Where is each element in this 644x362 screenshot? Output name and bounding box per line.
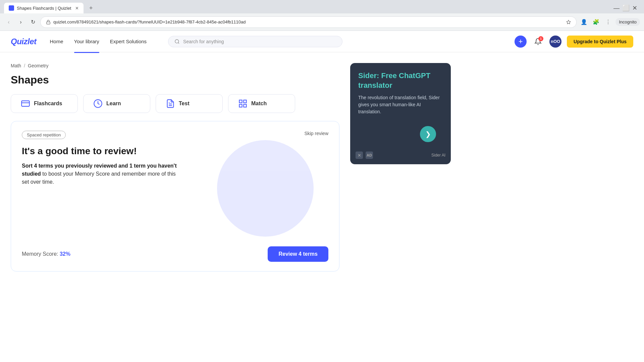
ad-sidebar: Sider: Free ChatGPT translator The revol… <box>350 63 451 272</box>
library-link[interactable]: Your library <box>74 37 99 46</box>
match-label: Match <box>251 101 267 107</box>
svg-rect-4 <box>21 101 29 106</box>
toolbar-right: 👤 🧩 ⋮ Incognito <box>579 17 640 27</box>
spaced-repetition-badge: Spaced repetition <box>22 131 66 139</box>
tab-bar: Shapes Flashcards | Quizlet ✕ + — ⬜ ✕ <box>0 0 644 13</box>
learn-button[interactable]: Learn <box>83 94 150 113</box>
reload-button[interactable]: ↻ <box>28 17 38 27</box>
nav-right: + 1 nOO Upgrade to Quizlet Plus <box>515 36 633 48</box>
breadcrumb-math[interactable]: Math <box>11 63 21 68</box>
svg-point-13 <box>217 140 314 237</box>
topnav: Quizlet Home Your library Expert Solutio… <box>0 31 644 52</box>
new-tab-button[interactable]: + <box>86 3 96 13</box>
page-title: Shapes <box>11 74 339 86</box>
close-window-button[interactable]: ✕ <box>632 4 637 12</box>
spaced-desc-normal: to boost your Memory Score and remember … <box>22 171 176 185</box>
ad-description: The revolution of translation field, Sid… <box>358 94 443 115</box>
background-shape-decoration <box>212 135 319 242</box>
extensions-icon[interactable]: 🧩 <box>591 17 601 27</box>
flashcards-label: Flashcards <box>34 101 62 107</box>
incognito-label: Incognito <box>615 18 640 26</box>
match-button[interactable]: Match <box>228 94 295 113</box>
tab-close-icon[interactable]: ✕ <box>75 6 79 11</box>
ad-bottom-row: ✕ AD Sider AI <box>350 147 451 164</box>
svg-rect-11 <box>239 104 242 107</box>
breadcrumb-geometry[interactable]: Geometry <box>28 63 48 68</box>
flashcards-button[interactable]: Flashcards <box>11 94 78 113</box>
maximize-button[interactable]: ⬜ <box>622 4 630 12</box>
back-button[interactable]: ‹ <box>4 17 13 27</box>
test-label: Test <box>179 101 190 107</box>
ad-card: Sider: Free ChatGPT translator The revol… <box>350 63 451 164</box>
breadcrumb: Math / Geometry <box>11 63 339 68</box>
svg-rect-10 <box>244 100 246 103</box>
ad-content: Sider: Free ChatGPT translator The revol… <box>350 63 451 123</box>
spaced-footer: Memory Score: 32% Review 4 terms <box>22 246 328 262</box>
notifications-button[interactable]: 1 <box>532 36 544 48</box>
main-content: Math / Geometry Shapes Flashcards <box>0 52 644 272</box>
content-area: Math / Geometry Shapes Flashcards <box>11 63 339 272</box>
browser-toolbar: ‹ › ↻ quizlet.com/878491621/shapes-flash… <box>0 13 644 31</box>
test-icon <box>165 99 175 109</box>
menu-icon[interactable]: ⋮ <box>603 17 613 27</box>
memory-score: Memory Score: 32% <box>22 251 70 257</box>
review-button[interactable]: Review 4 terms <box>268 246 328 262</box>
active-tab[interactable]: Shapes Flashcards | Quizlet ✕ <box>4 3 84 13</box>
url-text: quizlet.com/878491621/shapes-flash-cards… <box>53 19 564 24</box>
ad-source-label: Sider AI <box>431 153 445 158</box>
tab-title: Shapes Flashcards | Quizlet <box>17 6 71 11</box>
spaced-repetition-description: Sort 4 terms you previously reviewed and… <box>22 162 183 186</box>
minimize-button[interactable]: — <box>613 5 620 12</box>
address-bar[interactable]: quizlet.com/878491621/shapes-flash-cards… <box>40 16 577 28</box>
ad-badges: ✕ AD <box>356 152 373 159</box>
svg-rect-0 <box>47 22 50 24</box>
study-modes: Flashcards Learn Test <box>11 94 339 113</box>
lock-icon <box>46 20 51 24</box>
match-icon <box>238 99 248 109</box>
notification-badge: 1 <box>538 36 543 41</box>
ad-close-button[interactable]: ✕ <box>356 152 363 159</box>
browser-chrome: Shapes Flashcards | Quizlet ✕ + — ⬜ ✕ ‹ … <box>0 0 644 31</box>
tab-favicon <box>9 5 14 11</box>
flashcards-icon <box>20 99 31 109</box>
learn-label: Learn <box>106 101 121 107</box>
spaced-repetition-card: Spaced repetition Skip review It's a goo… <box>11 121 339 272</box>
forward-button[interactable]: › <box>16 17 25 27</box>
learn-icon <box>93 99 103 109</box>
quizlet-logo[interactable]: Quizlet <box>11 37 37 46</box>
breadcrumb-separator: / <box>24 63 25 68</box>
search-bar[interactable]: Search for anything <box>168 36 342 47</box>
skip-review-link[interactable]: Skip review <box>304 131 328 136</box>
profile-icon[interactable]: 👤 <box>579 17 589 27</box>
svg-rect-12 <box>244 104 246 107</box>
svg-marker-1 <box>567 20 571 24</box>
home-link[interactable]: Home <box>50 37 63 46</box>
ad-report-button[interactable]: AD <box>366 152 373 159</box>
page: Quizlet Home Your library Expert Solutio… <box>0 31 644 362</box>
memory-score-label: Memory Score: <box>22 251 58 257</box>
memory-score-value: 32% <box>60 251 70 257</box>
star-icon[interactable] <box>566 20 571 24</box>
ad-arrow-button[interactable]: ❯ <box>420 126 436 142</box>
ad-title: Sider: Free ChatGPT translator <box>358 71 443 90</box>
svg-rect-9 <box>239 100 242 103</box>
create-button[interactable]: + <box>515 36 527 48</box>
expert-link[interactable]: Expert Solutions <box>110 37 147 46</box>
svg-point-2 <box>175 40 179 43</box>
upgrade-button[interactable]: Upgrade to Quizlet Plus <box>567 36 633 48</box>
search-icon <box>174 39 180 44</box>
svg-line-3 <box>178 43 179 44</box>
search-placeholder: Search for anything <box>183 39 224 44</box>
avatar[interactable]: nOO <box>549 36 561 48</box>
test-button[interactable]: Test <box>156 94 223 113</box>
